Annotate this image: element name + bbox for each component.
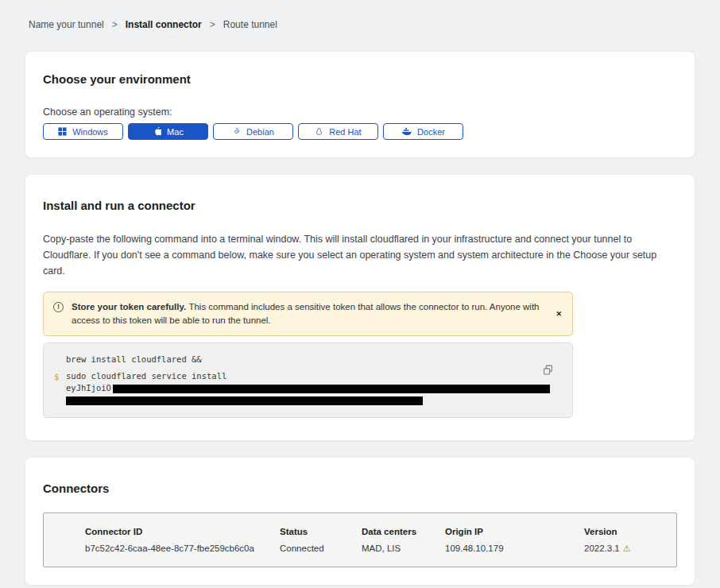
table-column-version: Version 2022.3.1⚠: [584, 527, 660, 554]
os-button-group: Windows Mac Debian Red Hat Docker: [43, 123, 677, 140]
redacted-token-bar: [66, 397, 423, 405]
status-badge: Connected: [280, 544, 362, 553]
os-button-redhat[interactable]: Red Hat: [298, 123, 378, 140]
table-column-origin-ip: Origin IP 109.48.10.179: [445, 527, 584, 554]
docker-icon: [401, 127, 412, 136]
install-command-codeblock: $ brew install cloudflared && sudo cloud…: [43, 342, 573, 418]
connectors-card: Connectors Connector ID b7c52c42-6caa-48…: [25, 457, 695, 586]
code-line-sudo: sudo cloudflared service install: [66, 370, 537, 382]
table-column-status: Status Connected: [280, 527, 362, 554]
breadcrumb-name-your-tunnel[interactable]: Name your tunnel: [29, 19, 104, 30]
copy-icon: [543, 366, 553, 377]
code-line-brew: brew install cloudflared &&: [66, 354, 537, 366]
shell-prompt: $: [54, 371, 59, 383]
install-connector-card: Install and run a connector Copy-paste t…: [25, 174, 695, 441]
table-column-connector-id: Connector ID b7c52c42-6caa-48ee-8c77-fbe…: [85, 527, 280, 554]
info-icon: !: [53, 302, 64, 312]
os-select-label: Choose an operating system:: [43, 106, 677, 118]
apple-icon: [153, 126, 161, 137]
breadcrumb-install-connector[interactable]: Install connector: [126, 19, 202, 30]
origin-ip-value: 109.48.10.179: [445, 544, 584, 553]
token-warning-banner: ! Store your token carefully. This comma…: [43, 292, 573, 336]
os-button-label: Windows: [72, 127, 108, 137]
os-button-debian[interactable]: Debian: [213, 123, 293, 140]
breadcrumb-route-tunnel[interactable]: Route tunnel: [223, 19, 277, 30]
debian-icon: [232, 127, 241, 136]
connectors-table: Connector ID b7c52c42-6caa-48ee-8c77-fbe…: [43, 513, 677, 567]
token-prefix: eyJhIjoiO: [66, 383, 111, 393]
breadcrumb-separator: >: [112, 19, 118, 30]
column-header: Version: [584, 527, 660, 536]
windows-icon: [58, 127, 67, 136]
connectors-card-title: Connectors: [43, 482, 677, 495]
banner-text: Store your token carefully. This command…: [72, 300, 540, 327]
os-button-windows[interactable]: Windows: [43, 123, 123, 140]
column-header: Connector ID: [85, 527, 280, 536]
os-button-label: Red Hat: [329, 127, 361, 137]
os-button-label: Mac: [167, 127, 184, 137]
code-line-token-continued: [66, 394, 537, 406]
code-line-token: eyJhIjoiO: [66, 382, 537, 394]
breadcrumb-separator: >: [210, 19, 215, 30]
warning-triangle-icon: ⚠: [623, 544, 631, 553]
redacted-token-bar: [113, 385, 550, 393]
os-button-label: Debian: [246, 127, 274, 137]
breadcrumb: Name your tunnel > Install connector > R…: [0, 0, 720, 30]
connector-id-value: b7c52c42-6caa-48ee-8c77-fbe259cb6c0a: [85, 544, 280, 553]
choose-environment-card: Choose your environment Choose an operat…: [25, 51, 695, 158]
install-card-title: Install and run a connector: [43, 199, 677, 212]
redhat-icon: [315, 127, 323, 137]
close-icon[interactable]: ✕: [555, 308, 562, 321]
os-button-docker[interactable]: Docker: [383, 123, 463, 140]
column-header: Data centers: [362, 527, 445, 536]
install-description: Copy-paste the following command into a …: [43, 231, 677, 279]
version-number: 2022.3.1: [584, 544, 620, 553]
os-button-label: Docker: [417, 127, 445, 137]
os-button-mac[interactable]: Mac: [128, 123, 208, 140]
data-centers-value: MAD, LIS: [362, 544, 445, 553]
column-header: Status: [280, 527, 362, 536]
table-column-data-centers: Data centers MAD, LIS: [362, 527, 445, 554]
environment-card-title: Choose your environment: [43, 72, 677, 86]
column-header: Origin IP: [445, 527, 584, 536]
copy-command-button[interactable]: [543, 365, 553, 377]
version-value: 2022.3.1⚠: [584, 544, 660, 554]
banner-bold-text: Store your token carefully.: [72, 302, 188, 311]
